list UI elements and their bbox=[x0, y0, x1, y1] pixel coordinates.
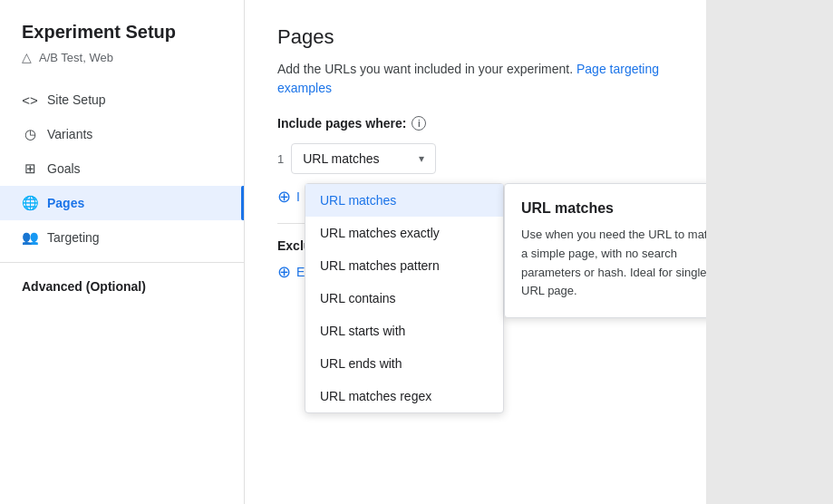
dropdown-item-url-matches-regex[interactable]: URL matches regex bbox=[305, 380, 503, 412]
sidebar-item-site-setup[interactable]: <> Site Setup bbox=[0, 82, 244, 117]
tooltip-text: Use when you need the URL to match a sim… bbox=[521, 226, 706, 301]
right-panel bbox=[706, 0, 833, 504]
sidebar-item-variants[interactable]: ◷ Variants bbox=[0, 117, 244, 151]
dropdown-selected-label: URL matches bbox=[303, 151, 379, 166]
sidebar-item-label: Site Setup bbox=[47, 92, 106, 107]
site-setup-icon: <> bbox=[22, 92, 38, 108]
sidebar-item-label: Targeting bbox=[47, 230, 100, 245]
page-description: Add the URLs you want included in your e… bbox=[277, 60, 673, 98]
chevron-down-icon: ▾ bbox=[419, 152, 424, 165]
sidebar: Experiment Setup △ A/B Test, Web <> Site… bbox=[0, 0, 245, 504]
advanced-label: Advanced (Optional) bbox=[22, 279, 146, 294]
dropdown-menu: URL matches URL matches exactly URL matc… bbox=[305, 183, 504, 413]
sidebar-item-goals[interactable]: ⊞ Goals bbox=[0, 151, 244, 186]
sidebar-divider bbox=[0, 262, 244, 263]
add-exclude-icon: ⊕ bbox=[277, 264, 291, 280]
include-label-text: Include pages where: bbox=[277, 116, 406, 131]
include-label: Include pages where: i bbox=[277, 116, 673, 131]
sidebar-item-label: Pages bbox=[47, 196, 84, 210]
dropdown-item-url-contains[interactable]: URL contains bbox=[305, 282, 503, 315]
ab-test-icon: △ bbox=[22, 50, 32, 64]
dropdown-item-url-starts-with[interactable]: URL starts with bbox=[305, 315, 503, 347]
variants-icon: ◷ bbox=[22, 126, 38, 142]
goals-icon: ⊞ bbox=[22, 160, 38, 177]
dropdown-row: 1 URL matches ▾ URL matches URL matches … bbox=[277, 143, 673, 174]
url-match-dropdown[interactable]: URL matches ▾ bbox=[291, 143, 436, 174]
sidebar-subtitle-text: A/B Test, Web bbox=[39, 51, 113, 64]
sidebar-item-label: Variants bbox=[47, 127, 92, 141]
row-number: 1 bbox=[277, 152, 284, 166]
dropdown-item-url-matches-exactly[interactable]: URL matches exactly bbox=[305, 217, 503, 249]
main-content: Pages Add the URLs you want included in … bbox=[245, 0, 706, 504]
sidebar-title: Experiment Setup bbox=[0, 22, 244, 50]
dropdown-item-url-ends-with[interactable]: URL ends with bbox=[305, 347, 503, 380]
add-include-label: I bbox=[296, 189, 300, 204]
dropdown-item-url-matches-pattern[interactable]: URL matches pattern bbox=[305, 249, 503, 282]
sidebar-item-label: Goals bbox=[47, 161, 81, 176]
page-desc-text: Add the URLs you want included in your e… bbox=[277, 62, 573, 76]
sidebar-nav: <> Site Setup ◷ Variants ⊞ Goals 🌐 Pages… bbox=[0, 82, 244, 255]
dropdown-item-url-matches[interactable]: URL matches bbox=[305, 184, 503, 217]
info-icon[interactable]: i bbox=[412, 116, 426, 131]
add-exclude-label: E bbox=[296, 265, 305, 279]
tooltip-title: URL matches bbox=[521, 200, 706, 217]
sidebar-item-pages[interactable]: 🌐 Pages bbox=[0, 186, 244, 220]
sidebar-subtitle: △ A/B Test, Web bbox=[0, 50, 244, 82]
sidebar-item-targeting[interactable]: 👥 Targeting bbox=[0, 220, 244, 255]
page-title: Pages bbox=[277, 25, 673, 49]
add-include-icon: ⊕ bbox=[277, 189, 291, 205]
targeting-icon: 👥 bbox=[22, 229, 38, 246]
tooltip-panel: URL matches Use when you need the URL to… bbox=[504, 183, 706, 318]
sidebar-item-advanced[interactable]: Advanced (Optional) bbox=[0, 270, 244, 303]
pages-icon: 🌐 bbox=[22, 195, 38, 211]
